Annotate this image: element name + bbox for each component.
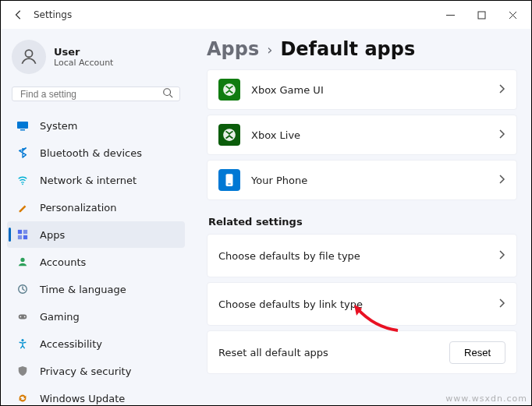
chevron-right-icon bbox=[498, 129, 505, 141]
sidebar-item-personalization[interactable]: Personalization bbox=[7, 194, 185, 221]
svg-rect-0 bbox=[478, 12, 485, 19]
system-icon bbox=[16, 119, 29, 132]
watermark: www.wsxdn.com bbox=[445, 394, 527, 404]
app-label: Xbox Game UI bbox=[251, 84, 487, 96]
sidebar-item-label: Network & internet bbox=[40, 175, 137, 186]
sidebar-item-update[interactable]: Windows Update bbox=[7, 385, 185, 406]
sidebar-item-gaming[interactable]: Gaming bbox=[7, 303, 185, 330]
search-input[interactable] bbox=[19, 88, 162, 101]
privacy-icon bbox=[16, 365, 29, 377]
personalization-icon bbox=[16, 201, 29, 214]
related-file-type[interactable]: Choose defaults by file type bbox=[207, 234, 517, 277]
related-link-type[interactable]: Choose defaults by link type bbox=[207, 282, 517, 326]
sidebar-item-label: System bbox=[40, 120, 77, 132]
back-button[interactable] bbox=[9, 9, 29, 20]
svg-rect-9 bbox=[23, 235, 27, 239]
svg-rect-7 bbox=[23, 230, 27, 234]
sidebar: User Local Account System Bluetooth & de… bbox=[1, 29, 190, 405]
sidebar-item-label: Bluetooth & devices bbox=[40, 147, 142, 159]
sidebar-item-system[interactable]: System bbox=[7, 112, 185, 139]
reset-label: Reset all default apps bbox=[218, 347, 438, 358]
app-row-xbox-game-ui[interactable]: Xbox Game UI bbox=[207, 69, 517, 110]
gaming-icon bbox=[16, 310, 29, 323]
app-row-your-phone[interactable]: Your Phone bbox=[207, 160, 517, 200]
svg-point-1 bbox=[25, 50, 32, 57]
sidebar-item-accessibility[interactable]: Accessibility bbox=[7, 330, 185, 357]
user-subtitle: Local Account bbox=[54, 58, 113, 68]
app-label: Your Phone bbox=[251, 175, 487, 186]
sidebar-item-privacy[interactable]: Privacy & security bbox=[7, 358, 185, 384]
svg-point-15 bbox=[21, 339, 23, 341]
related-label: Choose defaults by file type bbox=[218, 250, 487, 262]
svg-point-2 bbox=[164, 89, 171, 96]
user-profile[interactable]: User Local Account bbox=[7, 35, 185, 83]
chevron-right-icon bbox=[498, 298, 505, 310]
maximize-button[interactable] bbox=[466, 3, 497, 26]
bluetooth-icon bbox=[16, 147, 29, 159]
svg-rect-12 bbox=[19, 314, 27, 319]
apps-icon bbox=[16, 228, 29, 241]
chevron-right-icon bbox=[498, 175, 505, 186]
sidebar-item-label: Privacy & security bbox=[40, 365, 131, 377]
svg-point-14 bbox=[24, 316, 26, 318]
sidebar-item-label: Accounts bbox=[40, 256, 86, 268]
xbox-icon bbox=[218, 79, 240, 101]
svg-rect-4 bbox=[20, 129, 25, 131]
sidebar-item-label: Personalization bbox=[40, 202, 117, 214]
sidebar-item-bluetooth[interactable]: Bluetooth & devices bbox=[7, 139, 185, 166]
related-label: Choose defaults by link type bbox=[218, 298, 487, 310]
svg-point-13 bbox=[20, 316, 22, 318]
update-icon bbox=[16, 392, 29, 404]
chevron-right-icon bbox=[498, 84, 505, 96]
phone-icon bbox=[218, 169, 240, 191]
svg-rect-19 bbox=[228, 184, 230, 185]
close-button[interactable] bbox=[497, 3, 528, 26]
search-icon bbox=[162, 87, 173, 101]
window-title: Settings bbox=[34, 9, 434, 20]
sidebar-item-label: Gaming bbox=[40, 311, 80, 323]
svg-rect-6 bbox=[18, 230, 22, 234]
sidebar-item-time[interactable]: Time & language bbox=[7, 276, 185, 302]
sidebar-item-label: Apps bbox=[40, 229, 65, 241]
chevron-right-icon: › bbox=[267, 41, 272, 58]
breadcrumb: Apps › Default apps bbox=[207, 38, 517, 60]
sidebar-item-apps[interactable]: Apps bbox=[7, 221, 185, 248]
svg-rect-8 bbox=[18, 235, 22, 239]
sidebar-item-network[interactable]: Network & internet bbox=[7, 167, 185, 193]
main-content: Apps › Default apps Xbox Game UI Xbox Li… bbox=[190, 29, 531, 405]
user-name: User bbox=[54, 46, 113, 58]
minimize-button[interactable] bbox=[434, 3, 466, 26]
nav-list: System Bluetooth & devices Network & int… bbox=[7, 112, 185, 406]
breadcrumb-parent[interactable]: Apps bbox=[207, 38, 259, 60]
sidebar-item-label: Time & language bbox=[40, 284, 126, 295]
page-title: Default apps bbox=[280, 38, 415, 60]
network-icon bbox=[16, 174, 29, 186]
reset-default-apps: Reset all default apps Reset bbox=[207, 330, 517, 374]
window-controls bbox=[434, 3, 528, 26]
sidebar-item-label: Accessibility bbox=[40, 338, 102, 350]
app-row-xbox-live[interactable]: Xbox Live bbox=[207, 115, 517, 155]
xbox-icon bbox=[218, 124, 240, 146]
time-icon bbox=[16, 283, 29, 295]
avatar bbox=[12, 40, 46, 74]
chevron-right-icon bbox=[498, 250, 505, 262]
accessibility-icon bbox=[16, 337, 29, 350]
sidebar-item-accounts[interactable]: Accounts bbox=[7, 249, 185, 275]
related-settings-title: Related settings bbox=[208, 216, 517, 228]
svg-point-5 bbox=[22, 183, 23, 185]
app-label: Xbox Live bbox=[251, 129, 487, 141]
sidebar-item-label: Windows Update bbox=[40, 393, 125, 404]
reset-button[interactable]: Reset bbox=[449, 341, 505, 364]
titlebar: Settings bbox=[1, 1, 531, 29]
accounts-icon bbox=[16, 256, 29, 268]
search-box[interactable] bbox=[12, 86, 180, 101]
svg-point-10 bbox=[20, 258, 24, 262]
svg-rect-3 bbox=[17, 122, 28, 129]
